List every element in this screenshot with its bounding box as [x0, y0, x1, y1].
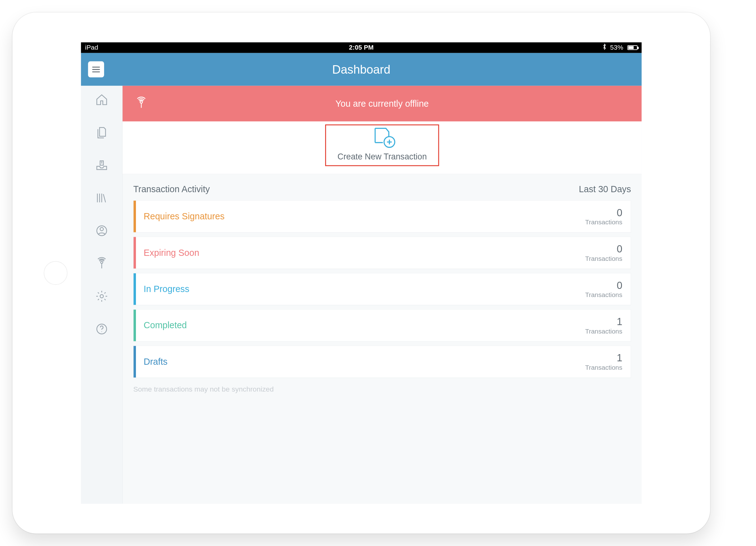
activity-card-completed[interactable]: Completed 1 Transactions — [133, 309, 631, 341]
svg-point-6 — [140, 101, 142, 103]
app-header: Dashboard — [81, 53, 642, 86]
create-transaction-icon — [366, 128, 398, 148]
sidebar-item-documents[interactable] — [94, 125, 109, 140]
offline-banner: You are currently offline — [123, 86, 642, 122]
activity-section: Transaction Activity Last 30 Days Requir… — [123, 174, 642, 393]
create-area: Create New Transaction — [123, 121, 642, 174]
create-transaction-label: Create New Transaction — [337, 152, 427, 162]
svg-point-1 — [100, 227, 103, 230]
sidebar-item-help[interactable] — [94, 322, 109, 337]
main-content: You are currently offline — [123, 86, 642, 504]
offline-icon — [134, 96, 148, 112]
library-icon — [95, 191, 108, 205]
device-home-button — [44, 261, 67, 285]
sidebar-item-profile[interactable] — [94, 223, 109, 238]
documents-icon — [95, 126, 108, 139]
card-stripe — [133, 200, 136, 232]
device-label: iPad — [85, 44, 98, 51]
home-icon — [95, 93, 108, 106]
card-title: Expiring Soon — [144, 248, 199, 258]
inbox-icon — [95, 159, 108, 172]
svg-point-3 — [100, 295, 103, 298]
activity-range: Last 30 Days — [579, 184, 631, 194]
ipad-frame: iPad 2:05 PM 53% Dashboard — [12, 12, 710, 534]
sidebar-item-offline[interactable] — [94, 256, 109, 271]
sidebar-item-library[interactable] — [94, 191, 109, 205]
sidebar-item-settings[interactable] — [94, 289, 109, 304]
create-transaction-button[interactable]: Create New Transaction — [325, 124, 439, 166]
gear-icon — [95, 290, 108, 303]
help-icon — [95, 322, 108, 336]
sync-note: Some transactions may not be synchronize… — [133, 385, 631, 394]
clock: 2:05 PM — [349, 44, 373, 51]
card-count: 0 — [585, 243, 622, 254]
card-count: 1 — [585, 352, 622, 364]
status-bar: iPad 2:05 PM 53% — [81, 42, 642, 53]
card-title: Drafts — [144, 357, 167, 367]
profile-icon — [95, 224, 108, 237]
card-stripe — [133, 237, 136, 268]
activity-card-expiring-soon[interactable]: Expiring Soon 0 Transactions — [133, 237, 631, 269]
activity-card-requires-signatures[interactable]: Requires Signatures 0 Transactions — [133, 200, 631, 232]
card-unit: Transactions — [585, 254, 622, 262]
card-unit: Transactions — [585, 327, 622, 335]
activity-title: Transaction Activity — [133, 184, 210, 194]
svg-point-2 — [100, 261, 103, 263]
sidebar — [81, 86, 123, 504]
svg-point-5 — [101, 331, 102, 332]
card-title: Completed — [144, 321, 187, 331]
sidebar-item-inbox[interactable] — [94, 158, 109, 173]
bluetooth-icon — [602, 43, 607, 52]
card-title: In Progress — [144, 284, 189, 294]
card-stripe — [133, 273, 136, 305]
battery-icon — [628, 45, 638, 50]
card-count: 1 — [585, 316, 622, 327]
card-title: Requires Signatures — [144, 211, 224, 221]
screen: iPad 2:05 PM 53% Dashboard — [81, 42, 642, 504]
menu-button[interactable] — [88, 61, 104, 78]
activity-cards: Requires Signatures 0 Transactions Expir… — [133, 200, 631, 378]
card-unit: Transactions — [585, 364, 622, 372]
card-unit: Transactions — [585, 218, 622, 226]
card-unit: Transactions — [585, 291, 622, 299]
antenna-icon — [95, 257, 108, 270]
card-count: 0 — [585, 280, 622, 291]
card-stripe — [133, 310, 136, 341]
page-title: Dashboard — [332, 63, 391, 76]
activity-card-drafts[interactable]: Drafts 1 Transactions — [133, 346, 631, 378]
battery-pct: 53% — [610, 44, 623, 51]
card-stripe — [133, 346, 136, 378]
activity-card-in-progress[interactable]: In Progress 0 Transactions — [133, 273, 631, 305]
card-count: 0 — [585, 207, 622, 218]
sidebar-item-home[interactable] — [94, 92, 109, 107]
offline-text: You are currently offline — [335, 99, 429, 109]
